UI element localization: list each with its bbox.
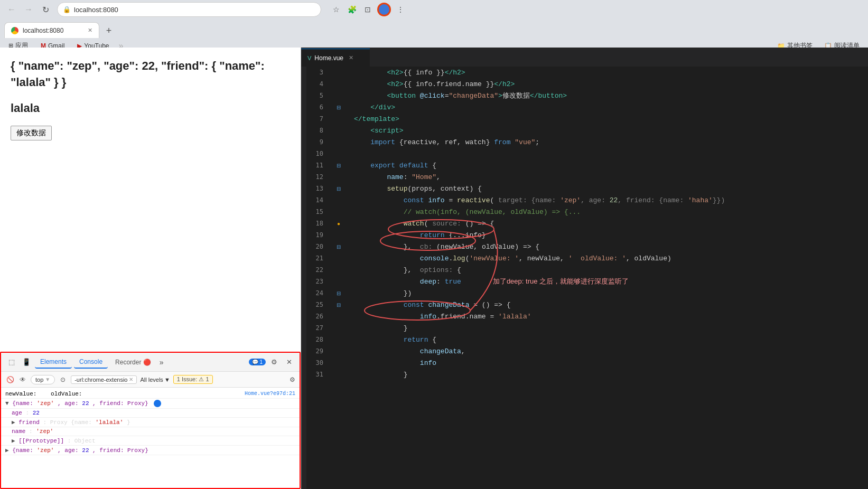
devtools-issue-badge: 💬 1	[249, 359, 266, 365]
line-19: 19	[316, 229, 330, 241]
fold-icon-11[interactable]: ⊟	[334, 159, 343, 171]
code-line-28: return {	[343, 334, 868, 345]
fold-icon-25[interactable]: ⊟	[334, 299, 343, 311]
expand-obj-icon[interactable]: ▼	[5, 400, 9, 407]
line-7: 7	[320, 113, 330, 125]
line-20: 20	[316, 241, 330, 252]
line-21: 21	[316, 252, 330, 264]
devtools-level-filter[interactable]: All levels ▼	[140, 377, 170, 383]
line-25: 25	[316, 299, 330, 311]
reload-button[interactable]: ↻	[38, 2, 53, 17]
code-line-9: import {reactive, ref, watch} from "vue"…	[343, 136, 868, 148]
devtools-inspect-icon[interactable]: ⬚	[5, 356, 18, 369]
fold-close-24[interactable]: ⊟	[334, 287, 343, 299]
console-entry-age: age : 22	[1, 409, 300, 418]
extension-icon[interactable]: 🧩	[346, 3, 358, 16]
devtools-top-dropdown[interactable]: ▼	[45, 377, 50, 382]
line-4: 4	[320, 78, 330, 90]
devtools-filter-context[interactable]: top ▼	[31, 375, 55, 384]
vscode-tab-bar: V Home.vue ✕	[301, 48, 868, 67]
line-9: 9	[320, 136, 330, 148]
vscode-tab-home-vue[interactable]: V Home.vue ✕	[301, 49, 370, 67]
fold-icon-20[interactable]: ⊟	[334, 241, 343, 252]
profile-icon[interactable]	[377, 3, 391, 16]
code-line-26: info .friend.name = 'lalala'	[343, 311, 868, 322]
code-line-12: name : "Home" ,	[343, 171, 868, 183]
devtools-console-settings-icon[interactable]: ⚙	[290, 376, 295, 383]
annotation-text: 加了deep: true 之后，就能够进行深度监听了	[493, 277, 629, 286]
vscode-tab-close-icon[interactable]: ✕	[349, 54, 353, 61]
code-line-22: }, options: {	[343, 264, 868, 276]
code-line-5: <button @click = "changeData" > 修改数据 </b…	[343, 90, 868, 101]
console-entry-friend: ▶ friend : Proxy {name: 'lalala' }	[1, 418, 300, 427]
page-lalala-display: lalala	[11, 101, 290, 115]
line-30: 30	[316, 357, 330, 369]
vscode-tab-label: Home.vue	[314, 54, 343, 62]
tab-search-icon[interactable]: ⊡	[361, 3, 374, 16]
console-file-link[interactable]: Home.vue?e97d:21	[245, 391, 295, 397]
devtools-filter-prohibit-icon[interactable]: 🚫	[5, 375, 15, 384]
fold-icon-13[interactable]: ⊟	[334, 183, 343, 194]
code-line-13: setup (props, context) {	[343, 183, 868, 194]
line-3: 3	[320, 67, 330, 78]
new-tab-button[interactable]: +	[101, 23, 116, 38]
code-line-21: console . log ( 'newValue: ' , newValue,…	[343, 252, 868, 264]
back-button[interactable]: ←	[4, 2, 19, 17]
devtools-filter-text: -url:chrome-extensio	[74, 377, 127, 383]
code-line-31: }	[343, 369, 868, 380]
devtools-device-icon[interactable]: 📱	[20, 356, 33, 369]
console-oldvalue-text: oldValue:	[51, 391, 82, 397]
devtools-tab-recorder[interactable]: Recorder 🔴	[110, 356, 156, 368]
browser-tab[interactable]: localhost:8080 ✕	[4, 22, 99, 38]
expand-obj2-icon[interactable]: ▶	[5, 447, 9, 454]
devtools-settings-icon[interactable]: ⚙	[268, 356, 281, 369]
expand-prototype-icon[interactable]: ▶	[12, 438, 15, 444]
devtools-close-icon[interactable]: ✕	[283, 356, 295, 369]
change-data-button[interactable]: 修改数据	[11, 126, 52, 140]
code-line-4: <h2> {{ info.friend.name }} </h2>	[343, 78, 868, 90]
devtools-url-filter[interactable]: -url:chrome-extensio ✕	[71, 375, 137, 384]
code-line-23: deep : true 加了deep: true 之后，就能够进行深度监听了	[343, 276, 868, 287]
line-14: 14	[316, 194, 330, 206]
devtools-filter-eye-icon[interactable]: 👁	[18, 375, 27, 384]
lock-icon: 🔒	[63, 6, 71, 13]
devtools-issue-count[interactable]: 1 Issue: ⚠ 1	[173, 375, 213, 384]
line-5: 5	[320, 90, 330, 101]
tab-close-button[interactable]: ✕	[88, 27, 92, 34]
devtools-tab-console[interactable]: Console	[74, 356, 108, 369]
breakpoint-18[interactable]: ●	[334, 218, 343, 229]
devtools-filter-clear-icon[interactable]: ✕	[129, 377, 133, 382]
devtools-more-icon[interactable]: »	[160, 358, 164, 366]
devtools-panel: ⬚ 📱 Elements Console Recorder 🔴 » 💬	[0, 352, 301, 489]
console-entry-obj: ▼ {name: 'zep' , age: 22 , friend: Proxy…	[1, 399, 300, 409]
devtools-filter-circle-icon[interactable]: ⊙	[58, 375, 68, 384]
address-bar[interactable]: 🔒 localhost:8080	[57, 2, 321, 17]
code-line-8: <script>	[343, 125, 868, 136]
devtools-level-dropdown-icon: ▼	[164, 377, 170, 383]
console-entry-newvalue-label: Home.vue?e97d:21 newValue: oldValue:	[1, 390, 300, 399]
expand-friend-icon[interactable]: ▶	[12, 419, 15, 426]
code-area: <h2> {{ info }} </h2> <h2> {{ info.frien…	[343, 67, 868, 489]
line-22: 22	[316, 264, 330, 276]
menu-icon[interactable]: ⋮	[394, 3, 407, 16]
line-28: 28	[316, 334, 330, 345]
proxy-info-icon[interactable]	[154, 400, 161, 407]
line-31: 31	[316, 369, 330, 380]
fold-icon-6[interactable]: ⊟	[334, 101, 343, 113]
code-line-19: return {...info}	[343, 229, 868, 241]
code-line-15: // watch(info, (newValue, oldValue) => {…	[343, 206, 868, 218]
browser-chrome: ← → ↻ 🔒 localhost:8080 ☆ 🧩 ⊡ ⋮	[0, 0, 868, 48]
line-24: 24	[316, 287, 330, 299]
forward-button[interactable]: →	[21, 2, 36, 17]
page-json-display: { "name": "zep", "age": 22, "friend": { …	[11, 58, 290, 91]
devtools-console-output: Home.vue?e97d:21 newValue: oldValue: ▼ {…	[1, 388, 300, 488]
bookmark-star-icon[interactable]: ☆	[330, 3, 342, 16]
line-12: 12	[316, 171, 330, 183]
line-23: 23	[316, 276, 330, 287]
code-line-30: info	[343, 357, 868, 369]
code-line-18: watch ( source: () => {	[343, 218, 868, 229]
devtools-tab-elements[interactable]: Elements	[35, 356, 72, 369]
code-line-20: }, cb: (newValue, oldValue) => {	[343, 241, 868, 252]
line-27: 27	[316, 322, 330, 334]
browser-page-content: { "name": "zep", "age": 22, "friend": { …	[0, 48, 301, 352]
